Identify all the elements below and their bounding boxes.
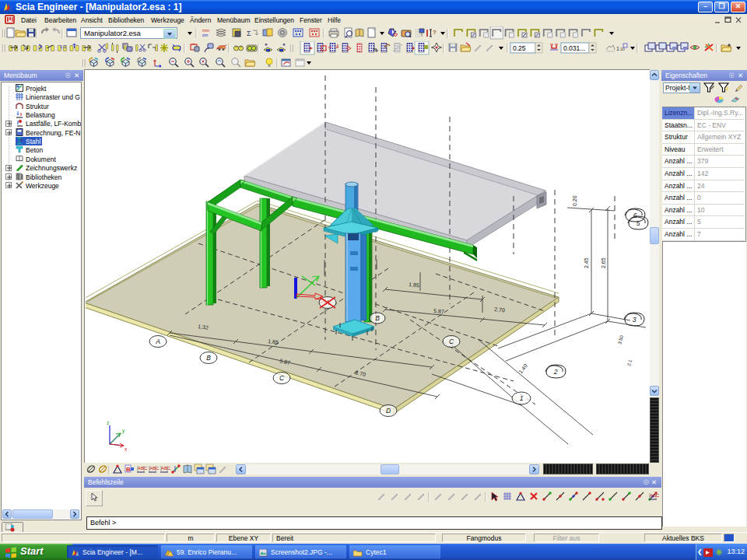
svg-text:D: D xyxy=(386,407,391,415)
svg-text:2.70: 2.70 xyxy=(494,306,505,313)
svg-text:ABC: ABC xyxy=(149,466,160,471)
svg-text:2.65: 2.65 xyxy=(601,257,606,268)
svg-text:0.20: 0.20 xyxy=(572,195,577,206)
svg-text:1.40: 1.40 xyxy=(517,362,528,374)
svg-text:1: 1 xyxy=(520,394,524,402)
svg-text:ABC: ABC xyxy=(138,466,148,471)
svg-text:B: B xyxy=(126,466,131,473)
svg-text:?: ? xyxy=(433,29,437,36)
svg-text:1.85: 1.85 xyxy=(409,282,419,288)
svg-text:C: C xyxy=(279,374,285,382)
svg-text:ABC: ABC xyxy=(650,493,660,498)
svg-text:x: x xyxy=(124,446,128,452)
svg-text:5: 5 xyxy=(637,219,640,227)
svg-text:ABC: ABC xyxy=(161,466,171,471)
svg-text:B: B xyxy=(206,354,211,362)
svg-text:B: B xyxy=(375,314,380,322)
svg-text:5.87: 5.87 xyxy=(433,308,444,314)
svg-text:y: y xyxy=(122,428,125,434)
svg-text:3.50: 3.50 xyxy=(617,334,624,345)
svg-text:z: z xyxy=(107,420,109,425)
svg-text:2.45: 2.45 xyxy=(584,257,589,268)
svg-text:6: 6 xyxy=(633,212,637,219)
svg-text:A: A xyxy=(155,338,160,345)
svg-text:2.1: 2.1 xyxy=(626,359,633,366)
svg-text:3: 3 xyxy=(633,316,637,324)
svg-text:cm: cm xyxy=(202,33,209,37)
svg-text:C: C xyxy=(449,338,454,345)
svg-text:1:2: 1:2 xyxy=(60,44,67,49)
svg-text:0.25: 0.25 xyxy=(513,44,526,52)
svg-text:1:10: 1:10 xyxy=(616,46,625,51)
svg-text:Σ: Σ xyxy=(247,30,251,37)
svg-text:2: 2 xyxy=(553,368,558,376)
svg-text:0.031...: 0.031... xyxy=(563,44,585,52)
